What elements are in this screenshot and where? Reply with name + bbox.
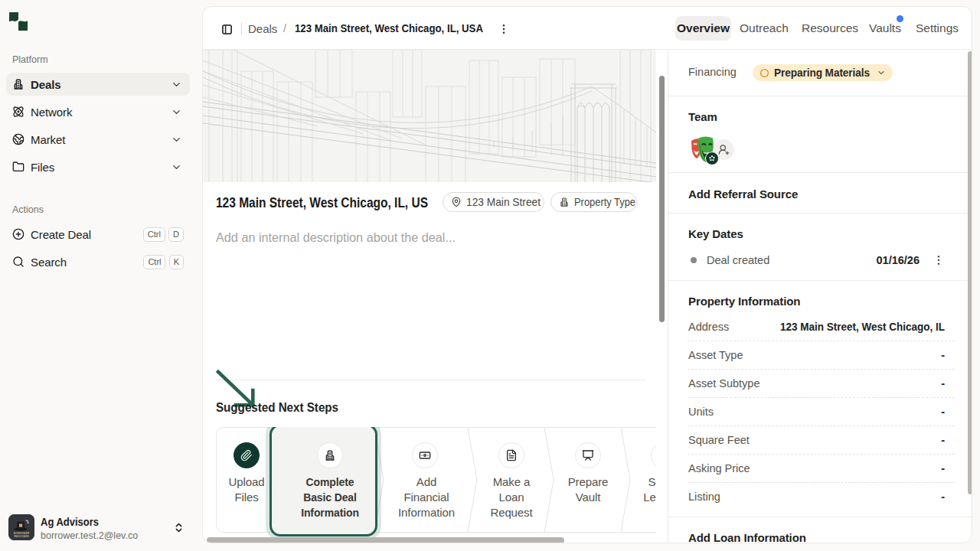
svg-text:MAGICIANS: MAGICIANS xyxy=(14,535,29,538)
